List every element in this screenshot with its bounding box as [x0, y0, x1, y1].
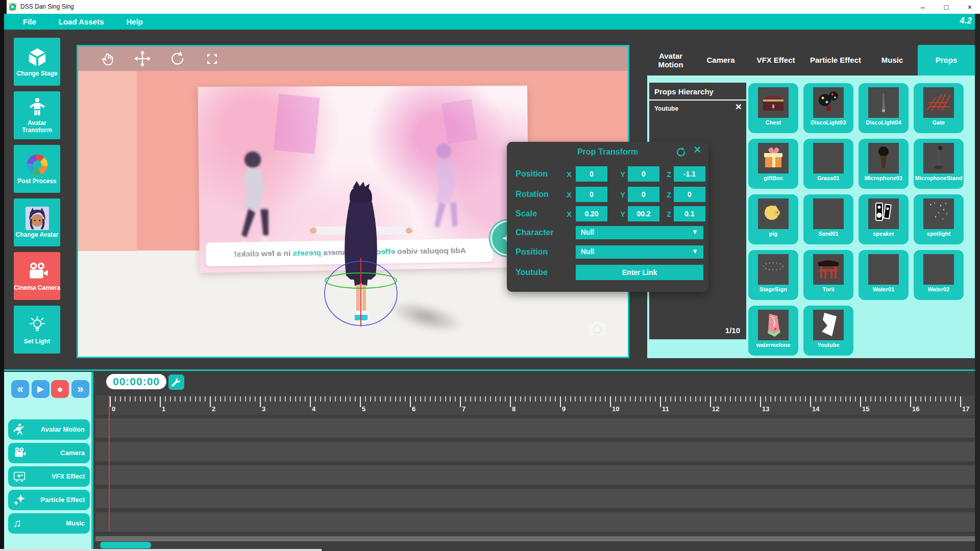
scale-y-input[interactable]: 00.2 [628, 206, 659, 221]
hierarchy-item-youtube[interactable]: Youtube [654, 105, 678, 112]
prop-card[interactable]: Gate [914, 83, 964, 133]
side-button-label: Cinema Camera [14, 285, 60, 292]
tab-vfx-effect[interactable]: VFX Effect [747, 45, 804, 76]
main-area: Change Stage Avatar Transform Post Proce… [0, 30, 980, 369]
track-button-particle-effect[interactable]: Particle Effect [8, 490, 90, 510]
ruler-mark-label: 3 [262, 405, 265, 413]
timeline-scrollbar-track[interactable] [95, 536, 980, 541]
prop-card[interactable]: Grass01 [803, 139, 853, 189]
play-button[interactable]: ▶ [32, 380, 50, 398]
prop-card[interactable]: Youtube [803, 306, 853, 356]
prop-card[interactable]: Water02 [914, 250, 964, 300]
menu-help[interactable]: Help [126, 17, 143, 26]
transform-gizmo[interactable] [316, 240, 408, 347]
position-y-input[interactable]: 0 [628, 166, 659, 182]
character-dropdown[interactable]: Null ▼ [576, 226, 703, 239]
record-button[interactable]: ● [51, 380, 69, 398]
scale-z-input[interactable]: 0.1 [674, 206, 705, 221]
rotation-z-input[interactable]: 0 [674, 187, 705, 202]
ruler-mark-label: 10 [612, 405, 619, 413]
move-tool-icon[interactable] [133, 49, 152, 68]
track-lane-avatar-motion[interactable] [95, 418, 980, 438]
position-z-input[interactable]: -1.1 [674, 166, 705, 182]
track-button-camera[interactable]: Camera [8, 443, 90, 463]
dialog-close-icon[interactable]: × [694, 144, 701, 156]
sand-icon [813, 198, 844, 229]
track-lane-camera[interactable] [95, 442, 980, 461]
position-x-input[interactable]: 0 [576, 166, 607, 182]
rotation-y-input[interactable]: 0 [628, 187, 659, 202]
change-avatar-button[interactable]: Change Avatar [14, 198, 60, 246]
prop-card[interactable]: watermelone [748, 306, 798, 356]
side-button-label: Post Process [17, 178, 56, 185]
prop-card[interactable]: DiscoLight04 [859, 83, 909, 133]
snapshot-camera-icon[interactable] [587, 320, 607, 336]
ruler-major-tick [560, 396, 561, 407]
microphone-stand-icon [923, 143, 954, 173]
ruler-minor-ticks [110, 396, 963, 402]
viewport-toolbar [78, 46, 628, 71]
ruler-major-tick [460, 396, 461, 407]
torii-icon [813, 254, 844, 285]
window-border [0, 14, 4, 551]
scale-x-input[interactable]: 0.20 [576, 206, 607, 221]
ruler-major-tick [110, 396, 111, 407]
position-dropdown[interactable]: Null ▼ [576, 245, 703, 259]
track-label: Particle Effect [40, 496, 85, 504]
rewind-button[interactable]: « [11, 380, 29, 398]
tab-music[interactable]: Music [867, 45, 918, 76]
prop-card[interactable]: StageSign [748, 250, 798, 300]
character-dropdown-value: Null [581, 228, 594, 236]
menu-load-assets[interactable]: Load Assets [59, 17, 104, 26]
set-light-button[interactable]: Set Light [14, 306, 60, 354]
timeline-ruler[interactable]: 01234567891011121314151617 [95, 395, 980, 415]
track-button-vfx-effect[interactable]: VFX Effect [8, 466, 90, 487]
rotation-x-input[interactable]: 0 [576, 187, 607, 202]
menu-file[interactable]: File [23, 17, 36, 26]
track-lane-vfx-effect[interactable] [95, 465, 980, 485]
prop-card[interactable]: spotlight [914, 194, 964, 244]
rotate-tool-icon[interactable] [168, 49, 186, 68]
enter-link-button[interactable]: Enter Link [576, 265, 703, 280]
avatar-transform-button[interactable]: Avatar Transform [14, 91, 60, 139]
prop-card[interactable]: DiscoLight03 [803, 83, 853, 133]
axis-x-label: X [567, 170, 572, 179]
scale-tool-icon[interactable] [203, 49, 221, 68]
right-panel-tabs: Avatar Motion Camera VFX Effect Particle… [647, 45, 975, 76]
tab-avatar-motion[interactable]: Avatar Motion [647, 45, 694, 76]
tab-camera[interactable]: Camera [694, 45, 747, 76]
hierarchy-item-close-icon[interactable]: × [736, 101, 742, 112]
prop-card[interactable]: MicrophoneStand [914, 139, 964, 189]
timeline-settings-button[interactable] [168, 374, 184, 390]
chevron-down-icon: ▼ [692, 228, 698, 236]
prop-card[interactable]: Microphone01 [859, 139, 909, 189]
close-button[interactable]: × [966, 3, 974, 11]
maximize-button[interactable]: □ [942, 3, 950, 11]
minimize-button[interactable]: – [919, 3, 927, 11]
prop-card[interactable]: Sand01 [803, 194, 853, 244]
timeline-playhead[interactable] [109, 395, 110, 532]
hand-tool-icon[interactable] [99, 49, 117, 68]
version-label: 4.2 [960, 16, 972, 26]
prop-card[interactable]: Chest [748, 83, 798, 133]
timeline-left-panel: « ▶ ● » Avatar Motion Camera [4, 372, 93, 549]
reset-transform-icon[interactable] [675, 146, 686, 157]
prop-card[interactable]: pig [748, 194, 798, 244]
track-lane-particle-effect[interactable] [95, 489, 980, 508]
tab-particle-effect[interactable]: Particle Effect [804, 45, 867, 76]
change-stage-button[interactable]: Change Stage [14, 38, 60, 86]
track-button-avatar-motion[interactable]: Avatar Motion [8, 419, 90, 440]
cinema-camera-button[interactable]: Cinema Camera [14, 252, 60, 300]
fast-forward-button[interactable]: » [71, 380, 89, 398]
post-process-button[interactable]: Post Process [14, 145, 60, 193]
ruler-mark-label: 0 [112, 405, 115, 413]
timeline-scrollbar-thumb[interactable] [100, 542, 151, 548]
ruler-major-tick [960, 396, 961, 407]
prop-card[interactable]: Water01 [859, 250, 909, 300]
tab-props[interactable]: Props [918, 45, 975, 76]
prop-card[interactable]: speaker [859, 194, 909, 244]
prop-card[interactable]: Torii [803, 250, 853, 300]
track-button-music[interactable]: ♫ Music [8, 513, 90, 534]
track-lane-music[interactable] [95, 512, 980, 532]
prop-card[interactable]: giftBox [748, 139, 798, 189]
